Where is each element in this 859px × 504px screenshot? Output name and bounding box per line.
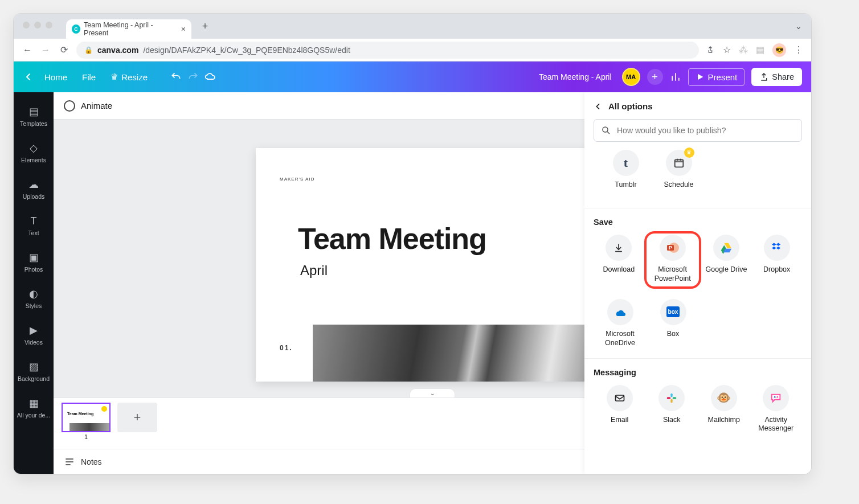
slide[interactable]: MAKER'S AID Team Meeting April 01. (256, 148, 609, 382)
upload-icon (759, 72, 768, 81)
sidebar-item-photos[interactable]: ▣ Photos (14, 244, 54, 280)
window-close-icon[interactable] (23, 22, 30, 28)
browser-window: C Team Meeting - April - Present × + ⌄ ←… (14, 14, 811, 474)
all-designs-icon: ▦ (29, 397, 39, 409)
analytics-icon[interactable] (670, 71, 681, 83)
bookmark-star-icon[interactable]: ☆ (723, 44, 731, 55)
svg-rect-11 (667, 397, 671, 399)
window-min-icon[interactable] (34, 22, 41, 28)
section-messaging-title: Messaging (594, 359, 802, 382)
new-tab-button[interactable]: + (197, 18, 213, 34)
option-download[interactable]: Download (594, 235, 644, 289)
option-powerpoint[interactable]: P Microsoft PowerPoint (650, 235, 696, 283)
animate-icon (64, 100, 75, 112)
sidebar-item-text[interactable]: T Text (14, 207, 54, 244)
window-max-icon[interactable] (46, 22, 52, 28)
browser-menu-icon[interactable]: ⋮ (794, 44, 803, 55)
templates-icon: ▤ (29, 105, 39, 118)
sidebar-item-styles[interactable]: ◐ Styles (14, 280, 54, 317)
option-google-drive[interactable]: Google Drive (701, 235, 752, 289)
gdrive-icon (720, 241, 733, 254)
slack-icon (666, 392, 677, 404)
premium-crown-icon: ♛ (684, 147, 694, 158)
videos-icon: ▶ (30, 324, 38, 337)
svg-text:P: P (669, 245, 672, 251)
panel-search[interactable] (594, 119, 802, 142)
nav-back-icon[interactable]: ← (22, 45, 33, 55)
window-controls[interactable] (23, 22, 52, 28)
option-box[interactable]: box Box (647, 299, 700, 347)
undo-icon[interactable] (170, 71, 182, 83)
highlight-powerpoint: P Microsoft PowerPoint (644, 231, 701, 289)
document-title[interactable]: Team Meeting - April (539, 72, 612, 81)
animate-button[interactable]: Animate (81, 101, 112, 110)
resize-button[interactable]: ♛ Resize (106, 68, 152, 85)
app-header: Home File ♛ Resize Team Meeting - April … (14, 62, 811, 92)
panel-search-input[interactable] (617, 126, 795, 135)
play-icon (696, 72, 705, 81)
tumblr-icon: t (624, 155, 628, 171)
lock-icon: 🔒 (84, 46, 93, 54)
file-menu[interactable]: File (77, 69, 100, 85)
browser-tab[interactable]: C Team Meeting - April - Present × (66, 19, 191, 39)
tabs-overflow-icon[interactable]: ⌄ (795, 22, 802, 31)
activity-messenger-icon (770, 392, 782, 404)
present-button[interactable]: Present (688, 68, 745, 86)
sidepanel-icon[interactable]: ▤ (756, 44, 764, 55)
option-onedrive[interactable]: Microsoft OneDrive (594, 299, 647, 347)
styles-icon: ◐ (29, 288, 38, 300)
add-page-button[interactable]: + (117, 403, 157, 432)
slide-number-text: 01. (280, 344, 293, 352)
canva-favicon-icon: C (72, 24, 80, 34)
sidebar-item-elements[interactable]: ◇ Elements (14, 134, 54, 171)
left-sidebar: ▤ Templates ◇ Elements ☁ Uploads T Text … (14, 92, 54, 474)
background-icon: ▨ (29, 360, 39, 373)
app-body: ▤ Templates ◇ Elements ☁ Uploads T Text … (14, 92, 811, 474)
option-schedule[interactable]: ♛ Schedule (652, 150, 705, 198)
browser-share-icon[interactable] (706, 46, 715, 55)
share-button[interactable]: Share (751, 68, 802, 86)
calendar-icon (673, 157, 685, 169)
svg-point-2 (603, 127, 608, 132)
notes-button[interactable]: Notes (81, 457, 102, 466)
svg-rect-9 (673, 397, 677, 399)
option-slack[interactable]: Slack (646, 385, 698, 433)
user-avatar[interactable]: MA (622, 68, 640, 86)
panel-back-icon[interactable] (594, 102, 603, 111)
collapse-thumbs-button[interactable]: ⌄ (410, 388, 455, 398)
crown-icon: ♛ (111, 72, 118, 82)
tab-title: Team Meeting - April - Present (84, 21, 174, 37)
home-button[interactable]: Home (40, 69, 72, 85)
option-activity-messenger[interactable]: Activity Messenger (750, 385, 803, 433)
browser-address-bar: ← → ⟳ 🔒 canva.com/design/DAFAkZPK4_k/Cw_… (14, 39, 811, 62)
add-collaborator-button[interactable]: + (647, 69, 663, 85)
svg-point-13 (777, 396, 779, 398)
sidebar-item-templates[interactable]: ▤ Templates (14, 98, 54, 134)
nav-forward-icon: → (40, 45, 51, 55)
elements-icon: ◇ (30, 142, 38, 154)
option-tumblr[interactable]: t Tumblr (599, 150, 652, 198)
slide-subtitle-text[interactable]: April (300, 263, 575, 278)
tab-close-icon[interactable]: × (181, 24, 186, 34)
sidebar-item-background[interactable]: ▨ Background (14, 353, 54, 390)
mailchimp-icon: 🐵 (717, 391, 731, 405)
slide-image[interactable] (313, 325, 609, 382)
back-chevron-icon[interactable] (23, 71, 34, 83)
option-mailchimp[interactable]: 🐵 Mailchimp (698, 385, 750, 433)
option-dropbox[interactable]: Dropbox (751, 235, 802, 289)
svg-rect-7 (615, 395, 624, 401)
sidebar-item-videos[interactable]: ▶ Videos (14, 317, 54, 353)
cloud-sync-icon[interactable] (204, 71, 216, 83)
url-field[interactable]: 🔒 canva.com/design/DAFAkZPK4_k/Cw_3g_PQE… (76, 42, 699, 59)
nav-reload-icon[interactable]: ⟳ (58, 44, 69, 55)
option-email[interactable]: Email (594, 385, 646, 433)
uploads-icon: ☁ (28, 178, 39, 191)
sidebar-item-uploads[interactable]: ☁ Uploads (14, 171, 54, 207)
thumbnail-1[interactable]: Team Meeting 1 (62, 403, 111, 440)
profile-avatar-icon[interactable]: 😎 (772, 43, 786, 57)
share-panel: All options t Tumblr (584, 92, 811, 474)
sidebar-item-all-designs[interactable]: ▦ All your de... (14, 390, 54, 426)
slide-title-text[interactable]: Team Meeting (298, 222, 575, 256)
notes-icon (64, 456, 75, 468)
extensions-icon[interactable]: ⁂ (739, 44, 748, 55)
